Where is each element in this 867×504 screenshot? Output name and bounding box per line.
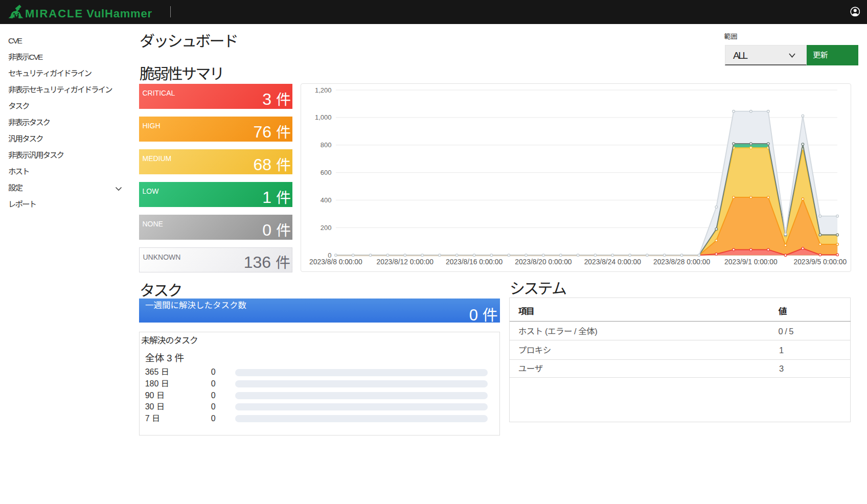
svg-text:2023/9/1 0:00:00: 2023/9/1 0:00:00 (724, 258, 778, 266)
svg-text:2023/8/20 0:00:00: 2023/8/20 0:00:00 (515, 258, 572, 266)
svg-text:600: 600 (320, 169, 331, 176)
svg-text:800: 800 (320, 141, 331, 149)
svg-text:1,000: 1,000 (314, 113, 331, 121)
svg-text:2023/8/8 0:00:00: 2023/8/8 0:00:00 (309, 258, 362, 266)
svg-text:2023/8/28 0:00:00: 2023/8/28 0:00:00 (653, 258, 710, 266)
svg-text:400: 400 (320, 196, 331, 204)
svg-text:2023/9/5 0:00:00: 2023/9/5 0:00:00 (793, 258, 847, 266)
svg-text:2023/8/12 0:00:00: 2023/8/12 0:00:00 (376, 258, 434, 266)
svg-text:2023/8/16 0:00:00: 2023/8/16 0:00:00 (445, 258, 503, 266)
svg-text:2023/8/24 0:00:00: 2023/8/24 0:00:00 (584, 258, 641, 266)
svg-text:1,200: 1,200 (314, 86, 331, 94)
svg-text:200: 200 (320, 224, 331, 232)
